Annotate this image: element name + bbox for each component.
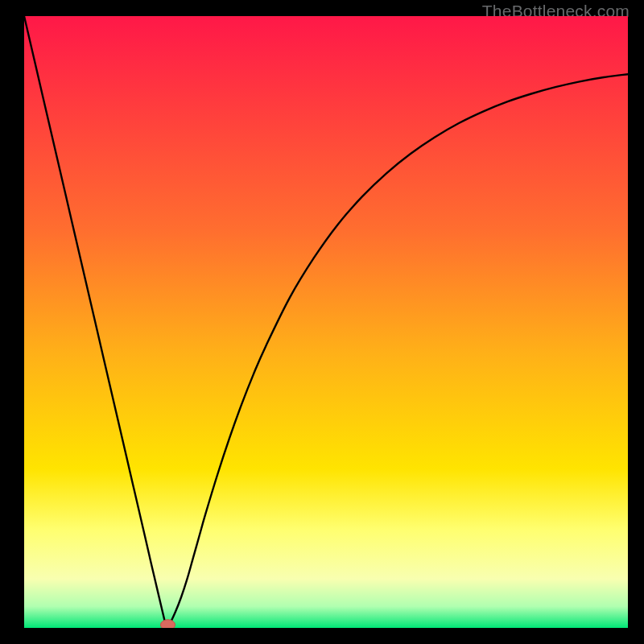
gradient-background: [24, 16, 628, 628]
bottleneck-chart: [24, 16, 628, 628]
optimal-point-marker: [161, 620, 175, 628]
chart-frame: TheBottleneck.com: [0, 0, 644, 644]
plot-area: [24, 16, 628, 628]
